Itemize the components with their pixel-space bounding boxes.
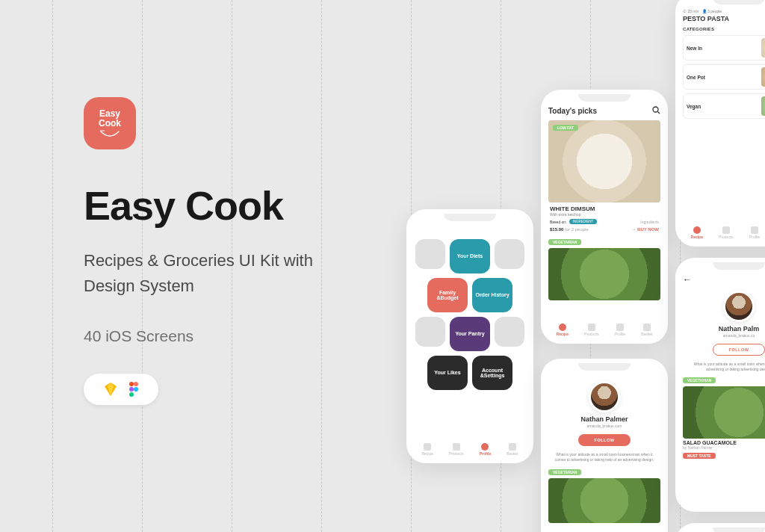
search-icon[interactable]: [652, 106, 660, 116]
dish-image: LOW FAT: [548, 120, 660, 202]
tab-profile[interactable]: Profile: [480, 443, 492, 456]
cat-thumb: [761, 96, 765, 116]
tag-vegetarian: VEGETARIAN: [548, 239, 581, 245]
notch: [713, 0, 765, 4]
svg-point-3: [134, 382, 138, 386]
tag-vegetarian: VEGETARIAN: [683, 377, 716, 383]
tag-low-fat: LOW FAT: [553, 125, 578, 131]
salad-image: [548, 248, 660, 300]
menu-tile-placeholder: [415, 239, 445, 269]
phone-todays-picks: Today's picks LOW FAT WHITE DIMSUM With …: [541, 90, 668, 344]
time-value: 25 min: [687, 9, 699, 13]
price: $15.00: [550, 227, 563, 232]
salad-title: SALAD GUACAMOLE: [683, 440, 765, 445]
svg-point-7: [653, 107, 658, 112]
cat-name: One Pot: [687, 75, 705, 80]
notch: [578, 94, 631, 102]
menu-grid: Your Diets Family &Budget Order History …: [414, 226, 526, 390]
svg-point-5: [134, 387, 138, 392]
tag-must-taste: MUST TASTE: [683, 453, 716, 459]
phone-categories: ⏱ 25 min 👤 3 people PESTO PASTA CATEGORI…: [675, 0, 765, 247]
ingredients-link[interactable]: Ingredients: [640, 220, 659, 224]
recipe-title: PESTO PASTA: [683, 15, 765, 22]
profile-email: amanda_brakus.co: [683, 333, 765, 338]
phone-profile: Nathan Palmer amanda_brakus.com FOLLOW W…: [541, 359, 668, 532]
picks-heading: Today's picks: [548, 107, 597, 115]
tab-basket[interactable]: Basket: [507, 443, 518, 456]
based-on-pill: INGREDIENT: [569, 219, 598, 224]
tile-your-diets[interactable]: Your Diets: [450, 239, 490, 273]
tab-recipe[interactable]: Recipe: [421, 443, 433, 456]
price-sub: for 2 people: [565, 227, 589, 232]
tab-products[interactable]: Products: [584, 324, 599, 336]
follow-button[interactable]: FOLLOW: [578, 434, 631, 446]
dish-subtitle: With extra ketchup: [550, 212, 659, 217]
cat-name: New In: [687, 46, 702, 51]
notch: [444, 214, 496, 221]
tab-products[interactable]: Products: [719, 226, 734, 239]
cat-thumb: [761, 67, 765, 87]
recipe-meta: ⏱ 25 min 👤 3 people: [683, 9, 765, 13]
phone-mockups: Your Diets Family &Budget Order History …: [399, 15, 765, 523]
salad-image: [683, 386, 765, 439]
profile-name: Nathan Palm: [683, 325, 765, 332]
profile-bio: What is your attitude as a small town wh…: [683, 362, 765, 371]
svg-point-4: [129, 387, 134, 392]
hero: Easy Cook Easy Cook Recipes & Groceries …: [84, 97, 397, 405]
category-row-new-in[interactable]: New In: [683, 35, 765, 61]
tab-basket[interactable]: Basket: [641, 324, 652, 336]
menu-tile-placeholder: [495, 317, 524, 347]
tools-pill: [84, 374, 158, 405]
category-row-vegan[interactable]: Vegan: [683, 93, 765, 119]
people-value: 3 people: [707, 9, 722, 13]
cat-name: Vegan: [687, 104, 701, 109]
salad-byline: by Nathan Palmer: [683, 445, 765, 450]
dish-title: WHITE DIMSUM: [550, 205, 659, 212]
menu-tile-placeholder: [415, 317, 445, 347]
category-row-one-pot[interactable]: One Pot: [683, 64, 765, 90]
tile-your-pantry[interactable]: Your Pantry: [450, 317, 490, 351]
tile-family-budget[interactable]: Family &Budget: [427, 278, 468, 312]
follow-button-outline[interactable]: FOLLOW: [713, 344, 765, 356]
notch: [713, 262, 765, 270]
app-icon: Easy Cook: [84, 97, 136, 149]
tile-account-settings[interactable]: Account &Settings: [472, 356, 512, 390]
notch: [713, 528, 765, 532]
menu-tile-placeholder: [495, 239, 524, 269]
app-icon-line2: Cook: [99, 119, 121, 129]
svg-point-2: [129, 382, 134, 386]
based-on-label: Based on:: [550, 220, 567, 224]
tab-profile[interactable]: Profile: [615, 324, 625, 336]
product-subtitle: Recipes & Groceries UI Kit with Design S…: [84, 248, 353, 299]
screens-count: 40 iOS Screens: [84, 327, 397, 345]
notch: [578, 363, 631, 371]
tab-bar: Recipe Products Profile Basket: [414, 441, 526, 457]
buy-now-button[interactable]: → BUY NOW: [631, 227, 659, 232]
svg-point-6: [129, 392, 134, 397]
tab-bar: Recipe Products Profile Basket: [683, 224, 765, 241]
tile-order-history[interactable]: Order History: [472, 278, 512, 312]
cat-thumb: [761, 38, 765, 58]
profile-bio: What is your attitude as a small town bu…: [548, 452, 660, 462]
tab-bar: Recipe Products Profile Basket: [548, 321, 660, 338]
categories-label: CATEGORIES: [683, 27, 765, 31]
avatar: [589, 381, 620, 412]
avatar: [723, 291, 755, 322]
back-icon[interactable]: ←: [683, 274, 765, 285]
tab-profile[interactable]: Profile: [749, 226, 760, 239]
fork-icon: [99, 130, 120, 137]
profile-salad-image: [548, 478, 660, 523]
product-title: Easy Cook: [84, 182, 397, 229]
tab-recipe[interactable]: Recipe: [557, 324, 569, 336]
tag-vegetarian: VEGETARIAN: [548, 469, 581, 475]
profile-email: amanda_brakus.com: [548, 424, 660, 428]
svg-line-8: [658, 112, 660, 114]
phone-profile-detail: ← Nathan Palm amanda_brakus.co FOLLOW Wh…: [675, 258, 765, 512]
sketch-icon: [103, 383, 118, 396]
tile-your-likes[interactable]: Your Likes: [427, 356, 468, 390]
tab-products[interactable]: Products: [449, 443, 464, 456]
figma-icon: [128, 382, 139, 397]
phone-search: Quick & Easy RECIPES: [675, 523, 765, 532]
tab-recipe[interactable]: Recipe: [691, 226, 703, 239]
dish-info: WHITE DIMSUM With extra ketchup Based on…: [548, 202, 660, 235]
